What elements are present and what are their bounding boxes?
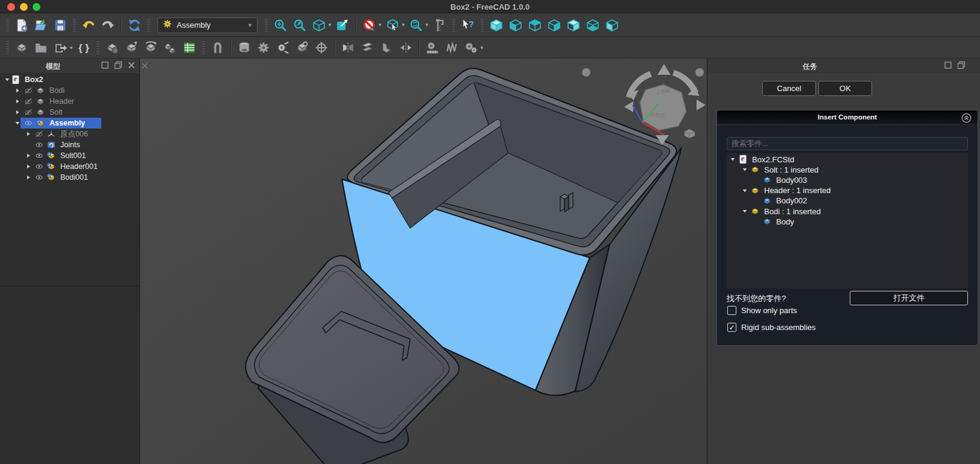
3d-viewport[interactable]: 上视图 前视图 — [140, 59, 707, 464]
expander-open-icon[interactable] — [729, 156, 736, 162]
fastener-lock-icon[interactable] — [210, 40, 226, 56]
toolbar-grip[interactable] — [73, 19, 76, 32]
draw-style-icon[interactable] — [311, 17, 327, 33]
toolbar-grip[interactable] — [481, 19, 484, 32]
gears-icon[interactable] — [463, 40, 479, 56]
toolbar-grip[interactable] — [452, 19, 455, 32]
mirror-arrows-icon[interactable] — [398, 40, 414, 56]
expander-closed-icon[interactable] — [14, 98, 21, 104]
gear-b-icon[interactable] — [275, 40, 291, 56]
part-solid-icon[interactable] — [104, 40, 120, 56]
nav-cube-body[interactable]: 上视图 前视图 — [640, 84, 686, 130]
export-icon[interactable] — [52, 40, 68, 56]
export-dropdown-icon[interactable]: ▼ — [69, 45, 74, 51]
mirror-stack-icon[interactable] — [359, 40, 375, 56]
whatsthis-icon[interactable]: ? — [460, 17, 476, 33]
gear-c-icon[interactable] — [294, 40, 310, 56]
undo-icon[interactable] — [81, 17, 96, 33]
tree-item-solt[interactable]: Solt — [0, 107, 65, 118]
ok-button[interactable]: OK — [818, 81, 872, 96]
toolbar-grip[interactable] — [96, 41, 100, 54]
tree-item-header001[interactable]: Header001 — [0, 161, 100, 172]
view-bottom-icon[interactable] — [585, 17, 601, 33]
insert-tree-item-body002[interactable]: Body002 — [727, 195, 809, 206]
insert-tree-item-solt1inserted[interactable]: Solt : 1 inserted — [727, 164, 820, 175]
mirror-horizontal-icon[interactable] — [340, 40, 356, 56]
select-box-icon[interactable] — [385, 17, 400, 33]
refresh-icon[interactable] — [127, 17, 142, 33]
eye-slash-icon[interactable] — [24, 97, 33, 106]
crosshair-circle-icon[interactable] — [314, 40, 329, 56]
expander-open-icon[interactable] — [741, 167, 748, 173]
view-axonometric-icon[interactable] — [488, 17, 504, 33]
folder-gray-icon[interactable] — [33, 40, 49, 56]
part-import-icon[interactable] — [14, 40, 30, 56]
expander-open-icon[interactable] — [14, 120, 21, 126]
select-box-dropdown-icon[interactable]: ▼ — [401, 22, 406, 28]
nav-dot-left[interactable] — [582, 68, 590, 77]
gears-dropdown-icon[interactable]: ▼ — [479, 45, 484, 51]
insert-tree-item-body003[interactable]: Body003 — [727, 174, 809, 185]
draw-style-dropdown-icon[interactable]: ▼ — [327, 22, 332, 28]
toolbar-grip[interactable] — [6, 41, 9, 54]
tree-item-assembly[interactable]: Assembly — [0, 118, 87, 129]
insert-tree-item-bodi1inserted[interactable]: Bodi : 1 inserted — [727, 206, 823, 217]
expander-closed-icon[interactable] — [25, 153, 32, 159]
expander-closed-icon[interactable] — [25, 164, 32, 170]
zoom-sync-dropdown-icon[interactable]: ▼ — [425, 22, 429, 28]
eye-slash-icon[interactable] — [34, 129, 44, 139]
cancel-button[interactable]: Cancel — [762, 81, 816, 96]
part-small-icon[interactable] — [162, 40, 178, 56]
gear-a-icon[interactable] — [256, 40, 271, 56]
nav-dot-right[interactable] — [695, 68, 704, 77]
mirror-l-icon[interactable] — [379, 40, 394, 56]
tree-item-bodi001[interactable]: Bodi001 — [0, 172, 90, 183]
rigid-subassemblies-checkbox[interactable]: ✓ — [727, 323, 736, 332]
expression-braces-icon[interactable]: { } — [76, 40, 92, 56]
float-task-icon[interactable] — [957, 61, 966, 69]
view-right-icon[interactable] — [546, 17, 562, 33]
expander-closed-icon[interactable] — [25, 174, 32, 180]
gear-ruler-icon[interactable] — [425, 40, 440, 56]
new-document-icon[interactable] — [14, 17, 30, 33]
show-only-parts-checkbox[interactable] — [727, 306, 736, 315]
tree-item-box2[interactable]: Box2 — [0, 74, 45, 85]
expander-open-icon[interactable] — [4, 77, 11, 83]
panel-splitter[interactable] — [0, 285, 139, 287]
sync-view-icon[interactable] — [335, 17, 350, 33]
eye-icon[interactable] — [34, 140, 44, 150]
zoom-sync-icon[interactable] — [408, 17, 424, 33]
expander-closed-icon[interactable] — [25, 131, 32, 137]
view-rear-icon[interactable] — [566, 17, 581, 33]
tree-item-006[interactable]: 原点006 — [0, 129, 90, 139]
view-top-icon[interactable] — [527, 17, 543, 33]
search-input[interactable] — [727, 137, 968, 150]
toolbar-grip[interactable] — [202, 41, 205, 54]
clipping-icon[interactable] — [361, 17, 377, 33]
redo-icon[interactable] — [100, 17, 116, 33]
save-document-icon[interactable] — [52, 17, 68, 33]
tree-item-header[interactable]: Header — [0, 96, 76, 107]
minimize-task-icon[interactable] — [944, 61, 952, 69]
expander-open-icon[interactable] — [741, 188, 748, 194]
eye-icon[interactable] — [34, 162, 44, 171]
workbench-selector[interactable]: Assembly▼ — [157, 17, 258, 33]
bom-table-icon[interactable] — [182, 40, 197, 56]
close-panel-icon[interactable] — [127, 61, 136, 69]
expander-closed-icon[interactable] — [14, 87, 21, 94]
collapse-icon[interactable] — [961, 113, 972, 123]
tree-item-joints[interactable]: Joints — [0, 139, 82, 150]
expander-open-icon[interactable] — [741, 208, 748, 214]
insert-tree-item-header1inserted[interactable]: Header : 1 inserted — [727, 185, 833, 196]
eye-icon[interactable] — [34, 151, 44, 160]
tree-item-bodi[interactable]: Bodi — [0, 85, 66, 96]
pocket-cylinder-icon[interactable] — [236, 40, 252, 56]
zoom-fit-icon[interactable] — [273, 17, 288, 33]
tree-item-solt001[interactable]: Solt001 — [0, 150, 87, 161]
toolbar-grip[interactable] — [265, 19, 268, 32]
eye-icon[interactable] — [24, 118, 33, 128]
minimize-panel-icon[interactable] — [101, 61, 109, 69]
view-left-icon[interactable] — [604, 17, 620, 33]
view-front-icon[interactable] — [508, 17, 523, 33]
expander-closed-icon[interactable] — [14, 109, 21, 115]
